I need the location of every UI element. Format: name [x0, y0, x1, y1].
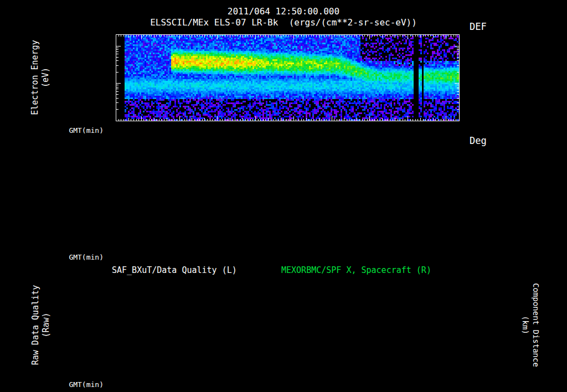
raw-data-quality-axis-label-line1: Raw Data Quality	[30, 285, 41, 365]
component-distance-axis-label: Component Distance (km)	[520, 283, 541, 367]
def-colorbar-title: DEF	[470, 21, 487, 32]
raw-data-quality-axis-label-line2: (Raw)	[41, 285, 51, 365]
gmt-axis-label-pitch: GMT(min)	[53, 253, 104, 261]
electron-energy-axis-label-line1: Electron Energy	[30, 40, 40, 115]
quality-orbit-canvas	[116, 275, 460, 375]
deg-colorbar-title: Deg	[470, 135, 487, 146]
electron-energy-axis-label: Electron Energy (eV)	[30, 40, 51, 115]
timestamp-title: 2011/064 12:50:00.000	[0, 6, 567, 17]
pitch-angle-canvas	[116, 142, 460, 248]
plot-viewer: 2011/064 12:50:00.000 ELSSCIL/MEx ELS-07…	[0, 0, 567, 392]
spectrogram-canvas	[116, 34, 460, 121]
gmt-axis-label-quality: GMT(min)	[53, 380, 104, 389]
electron-energy-axis-label-line2: (eV)	[40, 40, 51, 115]
component-distance-axis-label-line2: (km)	[520, 283, 530, 367]
quality-panel-title-left: SAF_BXuT/Data Quality (L)	[112, 265, 237, 275]
raw-data-quality-axis-label: Raw Data Quality (Raw)	[30, 285, 51, 365]
def-colorbar-canvas	[471, 43, 488, 113]
quality-panel-title-right: MEXORBMC/SPF X, Spacecraft (R)	[281, 265, 431, 275]
component-distance-axis-label-line1: Component Distance	[530, 283, 541, 367]
gmt-axis-label-spectrogram: GMT(min)	[53, 126, 104, 135]
deg-colorbar-canvas	[471, 151, 488, 240]
